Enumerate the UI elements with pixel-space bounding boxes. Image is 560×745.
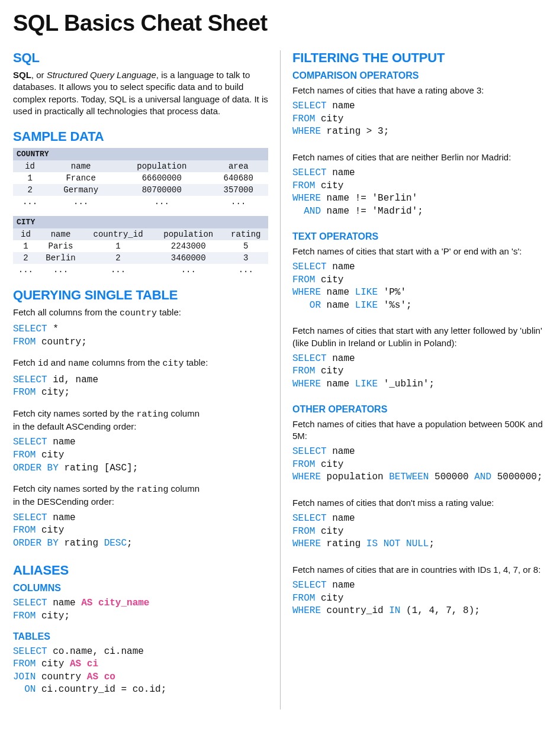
query-desc-3: Fetch city names sorted by the rating co… (13, 408, 268, 421)
code-block: SELECT name FROM city WHERE population B… (292, 446, 547, 484)
comparison-operators-heading: COMPARISON OPERATORS (292, 70, 547, 81)
table-country-label: COUNTRY (13, 148, 268, 160)
code-block: SELECT name FROM city WHERE name LIKE '_… (292, 353, 547, 391)
section-filtering-heading: FILTERING THE OUTPUT (292, 50, 547, 66)
filter-desc-3: Fetch names of cities that start with a … (292, 246, 547, 257)
code-block: SELECT name FROM city WHERE rating IS NO… (292, 512, 547, 551)
table-row: ... ... ... ... (13, 196, 268, 208)
code-block: SELECT name FROM city WHERE name != 'Ber… (292, 167, 547, 218)
columns-wrapper: SQL SQL, or Structured Query Language, i… (13, 50, 547, 709)
code-block: SELECT name FROM city WHERE rating > 3; (292, 100, 547, 138)
table-country: id name population area 1 France 6660000… (13, 160, 268, 208)
query-desc-4b: in the DESCending order: (13, 496, 268, 508)
section-aliases-heading: ALIASES (13, 563, 268, 578)
filter-desc-1: Fetch names of cities that have a rating… (292, 85, 547, 96)
sql-em: Structured Query Language (47, 70, 156, 80)
text-operators-heading: TEXT OPERATORS (292, 231, 547, 242)
table-row: ... ... ... ... ... (13, 264, 268, 276)
query-desc-2: Fetch id and name columns from the city … (13, 357, 268, 370)
code-block: SELECT name FROM city ORDER BY rating DE… (13, 512, 268, 550)
section-sample-heading: SAMPLE DATA (13, 129, 268, 144)
filter-desc-4: Fetch names of cities that start with an… (292, 325, 547, 349)
code-block: SELECT name FROM city WHERE country_id I… (292, 579, 547, 618)
th: rating (224, 228, 268, 240)
column-left: SQL SQL, or Structured Query Language, i… (13, 50, 280, 709)
query-desc-4: Fetch city names sorted by the rating co… (13, 483, 268, 496)
table-row: 1 Paris 1 2243000 5 (13, 240, 268, 252)
filter-desc-7: Fetch names of cities that are in countr… (292, 564, 547, 576)
code-block: SELECT name FROM city ORDER BY rating [A… (13, 436, 268, 475)
column-right: FILTERING THE OUTPUT COMPARISON OPERATOR… (280, 50, 547, 709)
th: id (13, 228, 38, 240)
code-block: SELECT co.name, ci.name FROM city AS ci … (13, 646, 268, 696)
aliases-columns-heading: COLUMNS (13, 583, 268, 594)
query-desc-1: Fetch all columns from the country table… (13, 307, 268, 320)
code-block: SELECT id, name FROM city; (13, 374, 268, 399)
th: name (38, 228, 83, 240)
th: area (208, 160, 268, 172)
page-title: SQL Basics Cheat Sheet (13, 11, 547, 36)
th: country_id (83, 228, 153, 240)
sql-bold: SQL (13, 70, 31, 80)
table-row: 2 Berlin 2 3460000 3 (13, 252, 268, 264)
query-desc-3b: in the default ASCending order: (13, 421, 268, 433)
th: population (153, 228, 224, 240)
sql-intro: SQL, or Structured Query Language, is a … (13, 69, 268, 117)
filter-desc-2: Fetch names of cities that are neither B… (292, 151, 547, 163)
filter-desc-6: Fetch names of cities that don't miss a … (292, 497, 547, 509)
th: id (13, 160, 47, 172)
table-city: id name country_id population rating 1 P… (13, 228, 268, 276)
table-row: 2 Germany 80700000 357000 (13, 184, 268, 196)
aliases-tables-heading: TABLES (13, 631, 268, 642)
table-row: 1 France 66600000 640680 (13, 172, 268, 184)
th: population (115, 160, 208, 172)
code-block: SELECT name AS city_name FROM city; (13, 597, 268, 623)
section-query-heading: QUERYING SINGLE TABLE (13, 288, 268, 303)
code-block: SELECT name FROM city WHERE name LIKE 'P… (292, 261, 547, 312)
section-sql-heading: SQL (13, 50, 268, 66)
th: name (47, 160, 115, 172)
filter-desc-5: Fetch names of cities that have a popula… (292, 418, 547, 443)
other-operators-heading: OTHER OPERATORS (292, 404, 547, 415)
code-block: SELECT * FROM country; (13, 323, 268, 349)
table-city-label: CITY (13, 216, 268, 228)
